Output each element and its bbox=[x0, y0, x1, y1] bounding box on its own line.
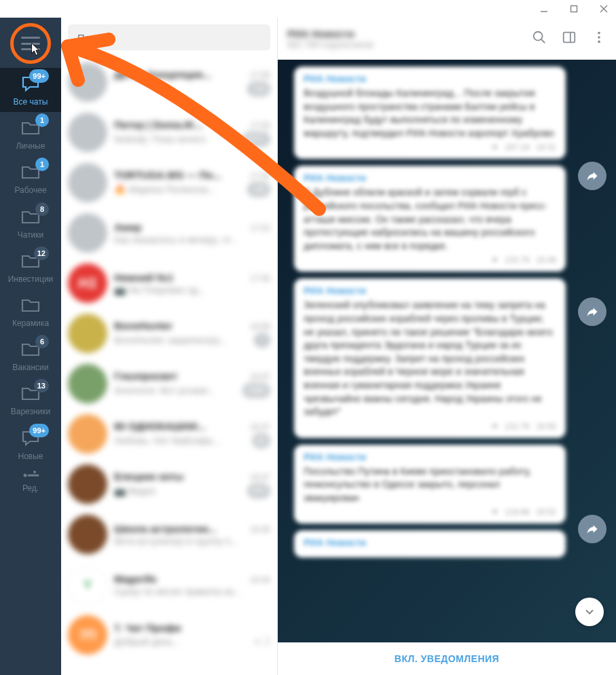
chat-item[interactable]: Глазпросвет16:57Anemone: Вот розжиг...03… bbox=[61, 359, 277, 409]
search-in-chat-button[interactable] bbox=[532, 30, 547, 48]
chat-time: 17:02 bbox=[250, 223, 270, 233]
chat-item[interactable]: TORTUGA.WS — По...17:02🔥 Марина Полянска… bbox=[61, 158, 277, 208]
chat-item[interactable]: H1Нижний №117:00📷 На Покровке од... bbox=[61, 258, 277, 308]
unread-badge: 145 bbox=[247, 182, 270, 197]
folder-badge: 13 bbox=[34, 379, 49, 393]
folder-label: Новые bbox=[18, 452, 43, 461]
message-time: 16:31 bbox=[536, 143, 556, 152]
chat-name: Нижний №1 bbox=[114, 272, 173, 283]
message-text: Воздушной блокады Калининград... После з… bbox=[304, 87, 556, 140]
forward-fab-3[interactable] bbox=[578, 515, 606, 543]
avatar bbox=[68, 113, 107, 152]
unread-badge: 63 bbox=[252, 433, 270, 448]
chat-preview: BoneHunter закрепил(а)... bbox=[114, 335, 228, 346]
chat-item[interactable]: Амир17:02Как оказалось в вечеру, чт... bbox=[61, 208, 277, 258]
sidepanel-button[interactable] bbox=[562, 30, 577, 48]
more-menu-button[interactable] bbox=[592, 30, 606, 48]
minimize-button[interactable] bbox=[539, 3, 549, 14]
folder-badge: 1 bbox=[35, 158, 49, 171]
view-count-icon: 👁 bbox=[491, 422, 499, 431]
chat-item[interactable]: BoneHunter16:58BoneHunter закрепил(а)...… bbox=[61, 308, 277, 359]
chat-name: Школа астрологии... bbox=[114, 523, 217, 534]
chat-item[interactable]: Школа астрологии...16:45Вета вступил(а) … bbox=[61, 509, 277, 560]
message-bubble[interactable]: РИА Новости bbox=[294, 530, 566, 558]
chat-list-pane: ДЕТИ. Концепция...17:05116Питер | Doma.I… bbox=[61, 18, 278, 675]
folder-vac[interactable]: Вакансии6 bbox=[0, 333, 61, 378]
folder-personal[interactable]: Личные1 bbox=[0, 112, 61, 156]
view-count: 132.7K bbox=[505, 422, 530, 431]
folder-all[interactable]: Все чаты99+ bbox=[0, 68, 61, 112]
chat-header[interactable]: РИА Новости 892 789 подписчиков bbox=[278, 18, 616, 60]
main-menu-button[interactable] bbox=[10, 23, 51, 64]
unread-badge: 116 bbox=[247, 81, 270, 96]
chat-preview: Любовь: Нет Вайсефа... bbox=[114, 435, 220, 446]
chat-name: 7. Чат Профи bbox=[114, 622, 181, 634]
chat-pane: РИА Новости 892 789 подписчиков РИА Ново… bbox=[278, 18, 616, 675]
search-input[interactable] bbox=[68, 24, 270, 50]
chat-subtitle: 892 789 подписчиков bbox=[287, 39, 532, 50]
message-source: РИА Новости bbox=[304, 452, 556, 462]
chat-title: РИА Новости bbox=[287, 28, 532, 39]
folder-work[interactable]: Рабочее1 bbox=[0, 156, 61, 200]
folder-label: Рабочее bbox=[14, 186, 46, 195]
messages-area[interactable]: РИА НовостиВоздушной блокады Калининград… bbox=[278, 60, 616, 642]
message-text: В Дублине облили краской и затем сорвали… bbox=[304, 186, 556, 253]
svg-rect-1 bbox=[571, 6, 577, 12]
chat-time: 16:44 bbox=[250, 575, 270, 585]
chat-item[interactable]: 7П7. Чат ПрофиДобрый день...∧ 2 bbox=[61, 610, 277, 660]
chat-item[interactable]: Елецкие коты16:47📷 Видео970 bbox=[61, 459, 277, 509]
unread-badge: 970 bbox=[247, 484, 270, 498]
chat-preview: Anemone: Вот розжиг... bbox=[114, 385, 215, 396]
folder-label: Керамика bbox=[12, 319, 49, 328]
folder-invest[interactable]: Инвестиции12 bbox=[0, 245, 61, 289]
chat-time: 16:47 bbox=[250, 473, 270, 482]
folder-icon bbox=[20, 296, 41, 316]
scroll-down-button[interactable] bbox=[575, 598, 604, 626]
chat-item[interactable]: ДЕТИ. Концепция...17:05116 bbox=[61, 57, 277, 107]
message-bubble[interactable]: РИА НовостиВ Дублине облили краской и за… bbox=[294, 166, 566, 272]
cursor-icon bbox=[29, 41, 43, 58]
folder-label: Инвестиции bbox=[8, 275, 54, 284]
folders-sidebar: Все чаты99+Личные1Рабочее1Чатики8Инвести… bbox=[0, 18, 61, 675]
folder-badge: 12 bbox=[34, 247, 49, 260]
chat-time: 16:45 bbox=[250, 525, 270, 534]
window-titlebar bbox=[0, 0, 616, 18]
forward-fab-1[interactable] bbox=[578, 162, 606, 190]
folder-new[interactable]: Новые99+ bbox=[0, 422, 61, 467]
avatar bbox=[68, 515, 107, 554]
svg-point-4 bbox=[24, 473, 27, 477]
message-bubble[interactable]: РИА НовостиПосольство Путина в Киеве при… bbox=[294, 445, 566, 524]
chat-time: 16:57 bbox=[250, 372, 270, 382]
svg-point-8 bbox=[534, 31, 543, 40]
svg-point-6 bbox=[33, 471, 36, 473]
svg-point-13 bbox=[598, 36, 600, 39]
folder-ceramic[interactable]: Керамика bbox=[0, 289, 61, 333]
folder-badge: 1 bbox=[35, 113, 49, 127]
folder-var[interactable]: Варезники13 bbox=[0, 378, 61, 422]
folder-label: Все чаты bbox=[14, 98, 48, 107]
chat-item[interactable]: 80 ОДНОКАШНИ...16:47Любовь: Нет Вайсефа.… bbox=[61, 409, 277, 459]
close-button[interactable] bbox=[598, 3, 609, 14]
message-bubble[interactable]: РИА НовостиВоздушной блокады Калининград… bbox=[294, 67, 566, 159]
avatar: H1 bbox=[68, 263, 107, 303]
chat-preview: 📷 Видео bbox=[114, 486, 156, 496]
chat-item[interactable]: Питер | Doma.IK...17:03Nobody: Пока ниче… bbox=[61, 107, 277, 158]
chat-preview: Как оказалось в вечеру, чт... bbox=[114, 234, 238, 245]
enable-notifications-button[interactable]: ВКЛ. УВЕДОМЛЕНИЯ bbox=[278, 642, 616, 675]
chat-list[interactable]: ДЕТИ. Концепция...17:05116Питер | Doma.I… bbox=[61, 57, 277, 675]
avatar: 7П bbox=[68, 615, 107, 655]
edit-folders-button[interactable]: Ред. bbox=[22, 471, 39, 493]
view-count-icon: 👁 bbox=[491, 507, 499, 517]
avatar: V bbox=[68, 565, 107, 604]
forward-fab-2[interactable] bbox=[578, 297, 606, 326]
message-source: РИА Новости bbox=[304, 537, 556, 548]
chat-item[interactable]: VMagerifo16:44Сразу по весне правила ка.… bbox=[61, 560, 277, 610]
folder-label: Варезники bbox=[11, 407, 51, 416]
chat-name: Амир bbox=[114, 221, 141, 233]
message-bubble[interactable]: РИА НовостиЗеленский опубликовал заявлен… bbox=[294, 278, 566, 437]
chat-name: BoneHunter bbox=[114, 320, 173, 331]
maximize-button[interactable] bbox=[568, 3, 579, 14]
message-time: 16:49 bbox=[536, 255, 556, 265]
chat-preview: 🔥 Марина Полянска... bbox=[114, 184, 215, 195]
folder-chats2[interactable]: Чатики8 bbox=[0, 201, 61, 245]
